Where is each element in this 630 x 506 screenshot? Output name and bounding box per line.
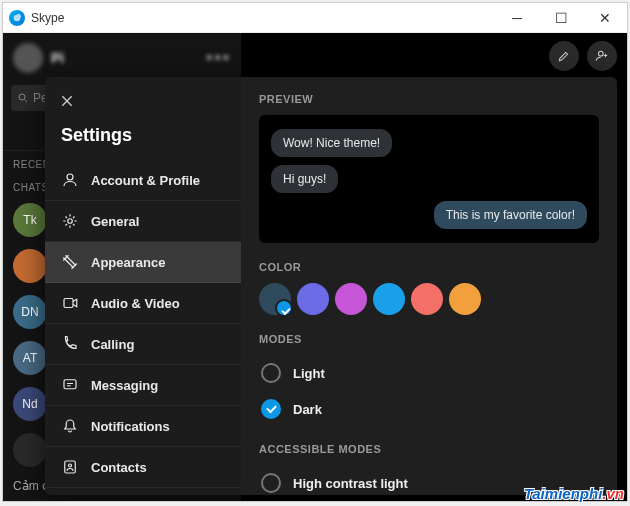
color-swatch[interactable]	[259, 283, 291, 315]
accessible-modes-label: ACCESSIBLE MODES	[259, 443, 599, 455]
skype-logo-icon	[9, 10, 25, 26]
avatar	[13, 43, 43, 73]
settings-content: PREVIEW Wow! Nice theme! Hi guys! This i…	[241, 77, 617, 495]
svg-rect-8	[64, 380, 76, 389]
maximize-button[interactable]: ☐	[539, 3, 583, 33]
settings-item-icon	[61, 253, 79, 271]
mode-light[interactable]: Light	[259, 355, 599, 391]
preview-bubble-1: Wow! Nice theme!	[271, 129, 392, 157]
color-swatches	[259, 283, 599, 315]
settings-overlay: Settings Account & ProfileGeneralAppeara…	[45, 77, 617, 495]
preview-bubble-3: This is my favorite color!	[434, 201, 587, 229]
settings-item-calling[interactable]: Calling	[45, 324, 241, 365]
minimize-button[interactable]: ─	[495, 3, 539, 33]
window-title: Skype	[31, 11, 495, 25]
add-contact-button[interactable]	[587, 41, 617, 71]
settings-item-icon	[61, 335, 79, 353]
color-swatch[interactable]	[297, 283, 329, 315]
close-icon[interactable]	[59, 93, 75, 109]
svg-point-0	[19, 94, 25, 100]
pencil-icon	[557, 49, 571, 63]
chat-avatar: AT	[13, 341, 47, 375]
settings-item-appearance[interactable]: Appearance	[45, 242, 241, 283]
settings-item-messaging[interactable]: Messaging	[45, 365, 241, 406]
radio-icon	[261, 473, 281, 493]
new-chat-button[interactable]	[549, 41, 579, 71]
svg-point-2	[599, 51, 604, 56]
chat-avatar: Nd	[13, 387, 47, 421]
profile-name: Pi	[51, 50, 64, 66]
settings-item-icon	[61, 417, 79, 435]
titlebar: Skype ─ ☐ ✕	[3, 3, 627, 33]
radio-checked-icon	[261, 399, 281, 419]
color-swatch[interactable]	[411, 283, 443, 315]
settings-item-notifications[interactable]: Notifications	[45, 406, 241, 447]
chat-avatar	[13, 249, 47, 283]
settings-title: Settings	[45, 119, 241, 160]
settings-sidebar: Settings Account & ProfileGeneralAppeara…	[45, 77, 241, 495]
settings-item-icon	[61, 171, 79, 189]
settings-item-audio-video[interactable]: Audio & Video	[45, 283, 241, 324]
settings-item-help-feedback[interactable]: Help & Feedback	[45, 488, 241, 495]
settings-item-general[interactable]: General	[45, 201, 241, 242]
chat-avatar: Tk	[13, 203, 47, 237]
chat-avatar	[13, 433, 47, 467]
preview-label: PREVIEW	[259, 93, 599, 105]
settings-item-icon	[61, 376, 79, 394]
watermark: Taimienphi.vn	[524, 485, 624, 502]
svg-point-6	[68, 219, 73, 224]
svg-rect-7	[64, 299, 73, 308]
settings-item-icon	[61, 294, 79, 312]
color-label: COLOR	[259, 261, 599, 273]
search-icon	[17, 92, 29, 104]
svg-line-1	[25, 100, 28, 103]
settings-item-contacts[interactable]: Contacts	[45, 447, 241, 488]
close-window-button[interactable]: ✕	[583, 3, 627, 33]
color-swatch[interactable]	[335, 283, 367, 315]
mode-dark[interactable]: Dark	[259, 391, 599, 427]
preview-bubble-2: Hi guys!	[271, 165, 338, 193]
app-body: Pi ••• People Chats RECENT CHATS Tk█████…	[3, 33, 627, 501]
more-icon[interactable]: •••	[206, 48, 231, 69]
color-swatch[interactable]	[449, 283, 481, 315]
radio-icon	[261, 363, 281, 383]
person-plus-icon	[595, 49, 609, 63]
modes-label: MODES	[259, 333, 599, 345]
color-swatch[interactable]	[373, 283, 405, 315]
settings-item-account-profile[interactable]: Account & Profile	[45, 160, 241, 201]
theme-preview: Wow! Nice theme! Hi guys! This is my fav…	[259, 115, 599, 243]
app-window: Skype ─ ☐ ✕ Pi ••• People Chats RECENT C	[2, 2, 628, 502]
settings-item-icon	[61, 458, 79, 476]
chat-avatar: DN	[13, 295, 47, 329]
settings-item-icon	[61, 212, 79, 230]
profile-row[interactable]: Pi •••	[3, 33, 241, 83]
svg-point-5	[67, 174, 73, 180]
svg-point-10	[69, 464, 72, 467]
